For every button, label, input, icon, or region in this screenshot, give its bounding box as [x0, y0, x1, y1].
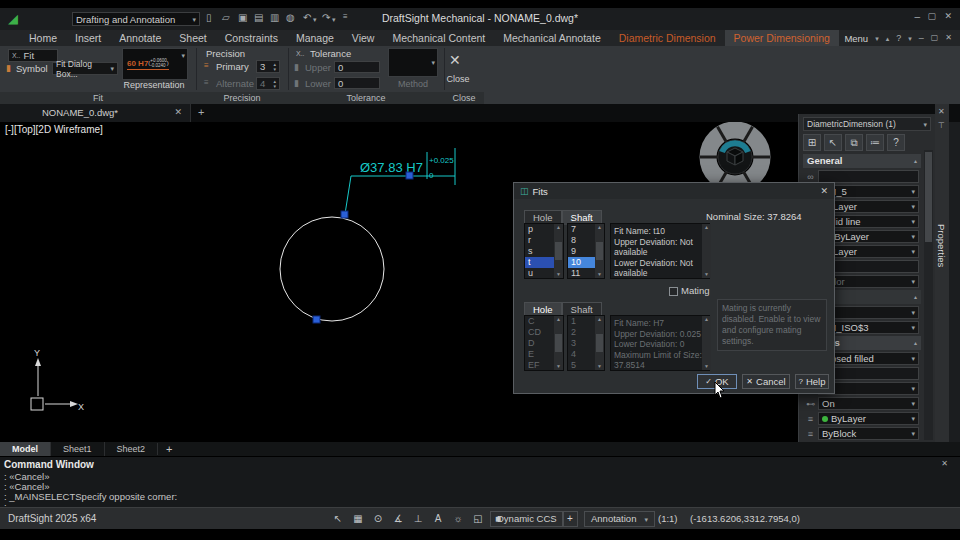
tab-home[interactable]: Home [20, 30, 66, 46]
fits-dialog-close-icon[interactable]: ✕ [820, 186, 828, 196]
list-item[interactable]: 8 [568, 235, 595, 246]
scrollbar[interactable]: ▲▼ [554, 224, 563, 278]
property-value[interactable]: On▾ [818, 397, 919, 410]
tab-power-dimensioning[interactable]: Power Dimensioning [725, 30, 839, 46]
property-value[interactable]: ByLayer▾ [818, 412, 919, 425]
tab-sheet1[interactable]: Sheet1 [50, 442, 104, 456]
tab-insert[interactable]: Insert [66, 30, 110, 46]
fits-dialog-titlebar[interactable]: ◫ Fits ✕ [514, 183, 834, 199]
grip-circle-top[interactable] [341, 211, 348, 218]
close-button[interactable]: ✕ [944, 12, 952, 21]
help-caret-icon[interactable]: ▾ [908, 35, 912, 42]
scrollbar[interactable]: ▲▼ [595, 224, 604, 278]
minimize-button[interactable]: – [914, 12, 920, 22]
lineweight-icon[interactable]: ◱ [470, 511, 486, 526]
command-window[interactable]: Command Window ✕ : «Cancel» : «Cancel» :… [0, 456, 960, 508]
cancel-button[interactable]: ✕ Cancel [742, 374, 790, 389]
tab-constraints[interactable]: Constraints [216, 30, 287, 46]
document-close-icon[interactable]: ✕ [174, 108, 182, 117]
symbol-dropdown[interactable]: Fit Dialog Box... ▾ [52, 62, 118, 75]
list-item[interactable]: u [525, 268, 554, 278]
list-item[interactable]: 7 [568, 224, 595, 235]
scroll-up-icon[interactable]: ▲ [556, 224, 561, 231]
collapse-ribbon-icon[interactable]: ▴ [886, 35, 890, 42]
list-item[interactable]: 11 [568, 268, 595, 278]
subsection-collapse-icon[interactable]: ▴ [914, 294, 917, 300]
info-scrollbar[interactable]: ▲▼ [702, 224, 711, 278]
entity-track-icon[interactable]: ☼ [450, 511, 466, 526]
panel-pin-icon[interactable]: ⊤ [938, 122, 945, 130]
tab-diametric-dimension[interactable]: Diametric Dimension [610, 30, 725, 46]
snap-icon[interactable]: ⊙ [370, 511, 386, 526]
tab-model[interactable]: Model [0, 442, 50, 456]
list-item[interactable]: 9 [568, 246, 595, 257]
general-section-header[interactable]: General ▴ [803, 154, 921, 168]
menu-button[interactable]: Menu [844, 33, 868, 44]
menu-caret-icon[interactable]: ▾ [875, 35, 879, 42]
panel-help-icon[interactable]: ? [887, 134, 905, 151]
select-entities-icon[interactable]: ↖ [824, 134, 842, 151]
grip-dimension[interactable] [406, 172, 413, 179]
panel-scrollbar[interactable] [924, 150, 933, 440]
scroll-up-icon[interactable]: ▲ [597, 224, 602, 231]
scroll-down-icon[interactable]: ▼ [704, 271, 709, 278]
tab-sheet2[interactable]: Sheet2 [104, 442, 158, 456]
ccs-selector[interactable]: Dynamic CCS [490, 511, 564, 527]
circle-entity[interactable] [280, 217, 384, 321]
doc-close-icon[interactable]: ✕ [945, 34, 952, 42]
lower-tolerance-field[interactable]: 0 [334, 77, 380, 89]
add-ccs-icon[interactable]: + [562, 511, 578, 527]
properties-vertical-tab[interactable]: Properties [936, 224, 947, 267]
navigation-wheel[interactable] [700, 127, 770, 188]
entity-snap-icon[interactable]: A [430, 511, 446, 526]
list-item-selected[interactable]: 10 [568, 257, 595, 268]
power-edit-icon[interactable]: ⊞ [803, 134, 821, 151]
tab-manage[interactable]: Manage [287, 30, 343, 46]
general-collapse-icon[interactable]: ▴ [914, 158, 917, 164]
scroll-down-icon[interactable]: ▼ [556, 271, 561, 278]
representation-caret-icon[interactable]: ▾ [181, 52, 185, 59]
primary-precision-spinner[interactable]: 3 ▴ ▾ [256, 60, 280, 73]
add-sheet-icon[interactable]: + [157, 443, 180, 455]
restore-button[interactable]: ▢ [927, 12, 936, 21]
properties-selector[interactable]: DiametricDimension (1) ▾ [803, 117, 931, 131]
panel-close-icon[interactable]: ✕ [938, 108, 945, 116]
pointer-select-icon[interactable]: ↖ [330, 511, 346, 526]
help-button[interactable]: ? Help [795, 374, 829, 389]
fit-name-field[interactable]: X.. Fit [8, 49, 58, 62]
polar-icon[interactable]: ∡ [390, 511, 406, 526]
doc-restore-icon[interactable]: ▢ [931, 34, 939, 42]
upper-tolerance-field[interactable]: 0 [334, 61, 380, 73]
grid-icon[interactable]: ▦ [350, 511, 366, 526]
ortho-icon[interactable]: ⊥ [410, 511, 426, 526]
tab-view[interactable]: View [343, 30, 384, 46]
shaft-grade-list[interactable]: 7 8 9 10 11 ▲▼ [567, 223, 605, 279]
list-item[interactable]: s [525, 246, 554, 257]
tab-sheet[interactable]: Sheet [170, 30, 215, 46]
help-icon[interactable]: ? [896, 34, 901, 43]
annotation-scale-selector[interactable]: Annotation ▾ [584, 511, 655, 527]
select-similar-icon[interactable]: ⧉ [845, 134, 863, 151]
primary-spin-down-icon[interactable]: ▾ [273, 67, 276, 72]
command-window-close-icon[interactable]: ✕ [941, 460, 948, 468]
doc-minimize-icon[interactable]: – [919, 34, 924, 43]
list-item[interactable]: r [525, 235, 554, 246]
tab-mechanical-annotate[interactable]: Mechanical Annotate [494, 30, 609, 46]
document-tab[interactable]: NONAME_0.dwg* ✕ [0, 104, 191, 122]
close-ribbon-icon[interactable]: ✕ [449, 52, 461, 68]
copy-settings-icon[interactable]: ≔ [866, 134, 884, 151]
property-value[interactable]: ByBlock▾ [818, 427, 919, 440]
tab-annotate[interactable]: Annotate [110, 30, 170, 46]
scroll-down-icon[interactable]: ▼ [597, 271, 602, 278]
grip-circle-bottom[interactable] [313, 316, 320, 323]
tab-mechanical-content[interactable]: Mechanical Content [383, 30, 494, 46]
list-item[interactable]: p [525, 224, 554, 235]
representation-preview[interactable]: 60 H7 ( +0.0600 -0.0240 ) ▾ [122, 48, 188, 80]
scroll-up-icon[interactable]: ▲ [704, 224, 709, 231]
list-item-selected[interactable]: t [525, 257, 554, 268]
new-tab-icon[interactable]: + [198, 107, 204, 118]
mating-checkbox[interactable] [669, 287, 678, 296]
arrows-collapse-icon[interactable]: ▴ [914, 340, 917, 346]
close-ribbon-label[interactable]: Close [440, 74, 476, 84]
shaft-letter-list[interactable]: p r s t u ▲▼ [524, 223, 564, 279]
